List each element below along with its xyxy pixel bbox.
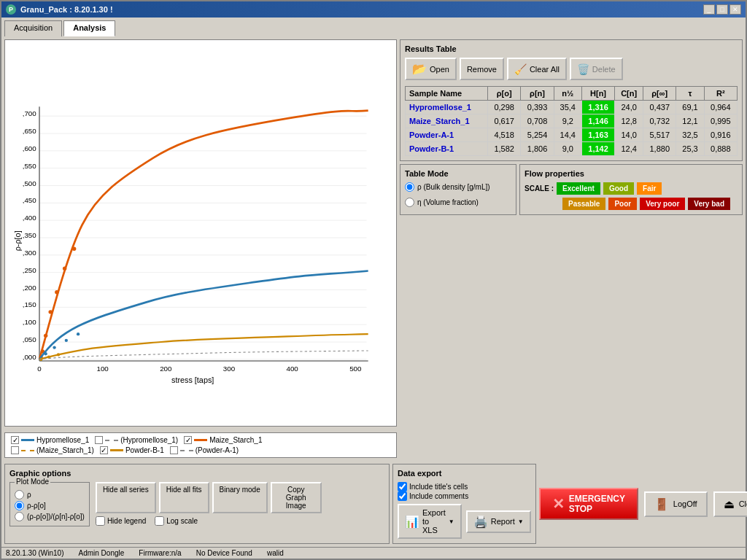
tab-bar: Acquisition Analysis: [1, 18, 746, 36]
r2-val: 0,964: [704, 101, 737, 114]
legend-check-hypromellose-dash[interactable]: [95, 436, 103, 444]
rho-o-val: 0,298: [488, 101, 521, 114]
legend-label-maize-dash: (Maize_Starch_1): [36, 446, 94, 454]
remove-button[interactable]: Remove: [460, 58, 504, 80]
checkbox-hide-legend[interactable]: [96, 516, 105, 526]
title-bar-buttons: _ □ ✕: [703, 4, 741, 15]
radio-plot-rho-rho0[interactable]: [15, 501, 24, 510]
close-app-icon: ⏏: [724, 497, 735, 511]
radio-rho-bulk[interactable]: [405, 182, 414, 192]
close-app-label: Close: [739, 499, 747, 508]
sample-name-powdera[interactable]: Powder-A-1: [406, 128, 488, 142]
logoff-button[interactable]: 🚪 LogOff: [644, 491, 708, 517]
window-title: Granu_Pack : 8.20.1.30 !: [20, 5, 113, 14]
flow-scale-row1: SCALE : Excellent Good Fair: [525, 182, 738, 195]
include-titles-check: Include title's cells: [398, 482, 531, 491]
svg-text:400: 400: [287, 365, 299, 373]
radio-plot-rho[interactable]: [15, 490, 24, 499]
emergency-icon: ✕: [552, 495, 565, 513]
col-sample-name: Sample Name: [406, 87, 488, 101]
svg-text:,350: ,350: [23, 231, 37, 239]
legend-line-powdera-dash: [180, 450, 193, 451]
action-buttons: ✕ EMERGENCY STOP 🚪 LogOff ⏏ Close: [539, 464, 747, 544]
sample-name-hypromellose[interactable]: Hypromellose_1: [406, 101, 488, 114]
remove-label: Remove: [467, 65, 497, 74]
legend-row-1: ✓ Hypromellose_1 (Hypromellose_1) ✓ Maiz…: [11, 436, 390, 444]
checkbox-log-scale[interactable]: [155, 516, 164, 526]
status-bar: 8.20.1.30 (Win10) Admin Dongle Firmware:…: [1, 547, 746, 559]
close-window-button[interactable]: ✕: [729, 4, 741, 15]
legend-check-maize[interactable]: ✓: [184, 436, 192, 444]
legend-check-powdera-dash[interactable]: [170, 446, 178, 454]
export-buttons: 📊 Export to XLS ▼ 🖨️ Report ▼: [398, 504, 531, 539]
table-row: Powder-B-1 1,582 1,806 9,0 1,142 12,4 1,…: [406, 142, 738, 156]
col-r2: R²: [704, 87, 737, 101]
svg-point-50: [65, 339, 68, 342]
export-icon: 📊: [405, 515, 419, 529]
table-row: Powder-A-1 4,518 5,254 14,4 1,163 14,0 5…: [406, 128, 738, 142]
minimize-button[interactable]: _: [703, 4, 715, 15]
results-table-section: Results Table 📂 Open Remove 🧹 Clear All: [400, 39, 743, 161]
svg-text:,050: ,050: [23, 335, 37, 343]
plot-mode-group: Plot Mode ρ ρ-ρ[o] (ρ-ρ[o])/(ρ[n]-ρ[o]): [9, 482, 90, 526]
graphic-buttons-area: Hide all series Hide all fits Binary mod…: [96, 482, 322, 531]
sample-name-maize[interactable]: Maize_Starch_1: [406, 114, 488, 128]
binary-mode-button[interactable]: Binary mode: [212, 482, 268, 513]
tab-analysis[interactable]: Analysis: [63, 20, 115, 36]
col-rho-o: ρ[o]: [488, 87, 521, 101]
checkbox-include-titles[interactable]: [398, 482, 407, 491]
tau-val: 69,1: [676, 101, 704, 114]
copy-graph-image-button[interactable]: Copy Graph Image: [271, 482, 322, 513]
sample-name-powderb[interactable]: Powder-B-1: [406, 142, 488, 156]
tab-acquisition[interactable]: Acquisition: [4, 20, 62, 36]
include-comments-check: Include comments: [398, 491, 531, 501]
check-options: Hide legend Log scale: [96, 516, 322, 526]
hide-all-series-button[interactable]: Hide all series: [96, 482, 156, 513]
maximize-button[interactable]: □: [716, 4, 728, 15]
checkbox-include-comments[interactable]: [398, 491, 407, 501]
label-hide-legend: Hide legend: [107, 517, 146, 525]
legend-item-powderb: ✓ Powder-B-1: [100, 446, 164, 454]
legend-item-maize-dash: (Maize_Starch_1): [11, 446, 94, 454]
status-dongle: Admin Dongle: [79, 549, 125, 557]
svg-text:500: 500: [349, 365, 362, 373]
table-header-row: Sample Name ρ[o] ρ[n] n½ H[n] C[n] ρ[∞] …: [406, 87, 738, 101]
legend-check-powderb[interactable]: ✓: [100, 446, 108, 454]
svg-text:,600: ,600: [23, 144, 37, 152]
report-button[interactable]: 🖨️ Report ▼: [466, 510, 531, 533]
report-dropdown-arrow[interactable]: ▼: [518, 518, 524, 525]
delete-button[interactable]: 🗑️ Delete: [570, 58, 623, 80]
legend-row-2: (Maize_Starch_1) ✓ Powder-B-1 (Powder-A-…: [11, 446, 390, 454]
legend-item-maize: ✓ Maize_Starch_1: [184, 436, 262, 444]
table-row: Maize_Starch_1 0,617 0,708 9,2 1,146 12,…: [406, 114, 738, 128]
right-bottom-area: Data export Include title's cells Includ…: [392, 464, 743, 544]
left-panel: ,000 ,050 ,100 ,150 ,200 ,250 ,300 ,350 …: [4, 39, 397, 458]
title-bar-left: P Granu_Pack : 8.20.1.30 !: [6, 4, 113, 15]
flow-properties-section: Flow properties SCALE : Excellent Good F…: [519, 164, 743, 215]
clear-all-button[interactable]: 🧹 Clear All: [507, 58, 567, 80]
legend-line-hypromellose-dash: [105, 440, 118, 441]
open-button[interactable]: 📂 Open: [405, 58, 457, 80]
open-icon: 📂: [412, 62, 427, 76]
legend-label-powdera-dash: (Powder-A-1): [196, 446, 239, 454]
emergency-stop-button[interactable]: ✕ EMERGENCY STOP: [539, 488, 638, 520]
close-app-button[interactable]: ⏏ Close: [713, 491, 747, 517]
svg-point-46: [72, 246, 76, 250]
svg-text:,450: ,450: [23, 196, 37, 204]
legend-label-hypromellose: Hypromellose_1: [36, 436, 89, 444]
badge-good: Good: [603, 182, 634, 195]
radio-plot-normalized[interactable]: [15, 512, 24, 521]
export-dropdown-arrow[interactable]: ▼: [449, 518, 454, 525]
svg-point-51: [77, 332, 80, 335]
table-mode-eta: η (Volume fraction): [405, 198, 511, 207]
legend-check-maize-dash[interactable]: [11, 446, 19, 454]
status-device: No Device Found: [196, 549, 252, 557]
hide-all-fits-button[interactable]: Hide all fits: [159, 482, 209, 513]
svg-text:0: 0: [37, 365, 42, 373]
radio-eta-vol[interactable]: [405, 198, 414, 207]
legend-check-hypromellose[interactable]: ✓: [11, 436, 19, 444]
graphic-options-inner: Plot Mode ρ ρ-ρ[o] (ρ-ρ[o])/(ρ[n]-ρ[o]): [9, 482, 384, 531]
export-xls-button[interactable]: 📊 Export to XLS ▼: [398, 504, 462, 539]
title-bar: P Granu_Pack : 8.20.1.30 ! _ □ ✕: [1, 1, 746, 18]
results-table-title: Results Table: [405, 44, 738, 53]
